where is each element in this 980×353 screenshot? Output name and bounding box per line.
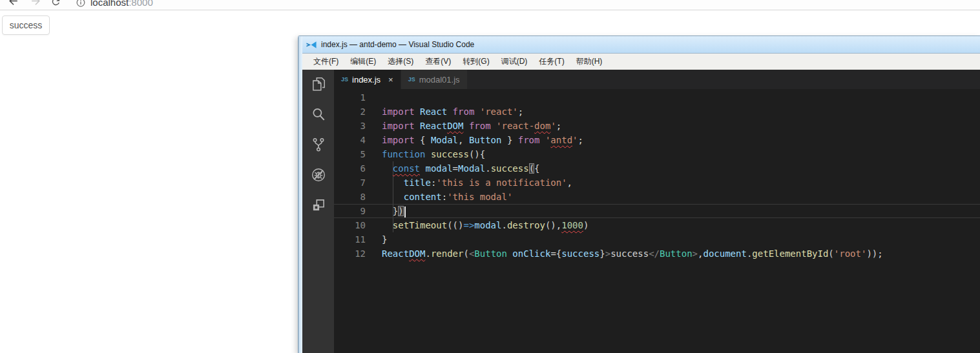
- code-text: content:'this modal': [366, 190, 512, 204]
- url-host: localhost: [90, 0, 129, 8]
- code-token: React: [420, 106, 447, 117]
- code-token: [382, 220, 393, 230]
- code-line[interactable]: 2import React from 'react';: [334, 105, 980, 119]
- line-number: 2: [334, 105, 366, 119]
- code-line[interactable]: 5function success(){: [334, 147, 980, 161]
- code-token: </: [649, 248, 660, 259]
- vscode-titlebar[interactable]: index.js — antd-demo — Visual Studio Cod…: [302, 36, 980, 54]
- code-token: }: [382, 234, 387, 245]
- menu-item[interactable]: 选择(S): [382, 56, 419, 67]
- debug-activity-button[interactable]: [302, 161, 334, 191]
- code-token: setTimeout: [393, 220, 447, 230]
- code-token: ;: [578, 135, 583, 145]
- code-token: (){: [469, 149, 485, 159]
- code-token: >: [693, 248, 698, 259]
- vscode-menubar: 文件(F)编辑(E)选择(S)查看(V)转到(G)调试(D)任务(T)帮助(H): [302, 54, 980, 70]
- code-token: (),: [545, 220, 561, 230]
- code-line[interactable]: 11}: [334, 232, 980, 247]
- code-token: (: [828, 248, 833, 259]
- code-token: }: [501, 135, 517, 145]
- window-border: [298, 36, 302, 353]
- code-token: Button: [469, 135, 502, 145]
- code-token: React: [382, 248, 409, 259]
- code-token: Button: [474, 248, 507, 259]
- code-token: getElementById: [752, 248, 828, 259]
- code-line[interactable]: 7 title:'this is a notification',: [334, 176, 980, 190]
- line-number: 4: [334, 133, 366, 147]
- tab-label: modal01.js: [419, 75, 460, 85]
- code-token: React: [420, 121, 447, 131]
- address-bar-url[interactable]: localhost:8000: [90, 0, 153, 8]
- code-token: (: [463, 248, 468, 259]
- source-control-activity-button[interactable]: [302, 130, 334, 161]
- code-token: ;: [556, 121, 561, 131]
- vscode-window: index.js — antd-demo — Visual Studio Cod…: [298, 35, 980, 353]
- code-text: import React from 'react';: [366, 105, 523, 119]
- line-number: 12: [334, 247, 366, 261]
- browser-toolbar: localhost:8000: [0, 0, 980, 10]
- js-file-icon: JS: [408, 76, 415, 83]
- bracket-match: ): [398, 206, 403, 216]
- code-token-squiggle: dom: [534, 121, 550, 131]
- tab-bar: JSindex.js×JSmodal01.js: [334, 70, 980, 89]
- code-line[interactable]: 6 const modal=Modal.success({: [334, 161, 980, 176]
- code-token: destroy: [507, 220, 545, 230]
- back-icon[interactable]: [7, 0, 19, 10]
- menu-item[interactable]: 转到(G): [457, 56, 495, 67]
- code-line[interactable]: 10 setTimeout(()=>modal.destroy(),1000): [334, 218, 980, 232]
- code-token: success: [491, 163, 529, 174]
- line-number: 6: [334, 161, 366, 176]
- code-token: }: [599, 248, 605, 259]
- tab-label: index.js: [352, 75, 381, 85]
- code-line[interactable]: 4import { Modal, Button } from 'antd';: [334, 133, 980, 147]
- line-number: 8: [334, 190, 366, 204]
- menu-item[interactable]: 查看(V): [419, 56, 457, 67]
- code-token: title: [404, 177, 431, 188]
- code-token: [463, 121, 468, 131]
- code-text: }: [366, 232, 387, 247]
- code-token-squiggle: antd: [550, 135, 572, 145]
- code-line[interactable]: 8 content:'this modal': [334, 190, 980, 204]
- code-token: Modal: [458, 163, 485, 174]
- menu-item[interactable]: 帮助(H): [570, 56, 609, 67]
- code-line[interactable]: 12ReactDOM.render(<Button onClick={succe…: [334, 247, 980, 261]
- tab-modal01.js[interactable]: JSmodal01.js: [401, 70, 467, 89]
- line-number: 7: [334, 176, 366, 190]
- bracket-match: (: [529, 163, 534, 174]
- code-token: {: [415, 135, 431, 145]
- search-activity-button[interactable]: [302, 100, 334, 130]
- reload-icon[interactable]: [50, 0, 61, 10]
- code-token: success: [610, 248, 649, 259]
- success-button[interactable]: success: [2, 15, 50, 35]
- menu-item[interactable]: 编辑(E): [344, 56, 382, 67]
- explorer-activity-button[interactable]: [302, 70, 334, 100]
- menu-item[interactable]: 文件(F): [308, 56, 344, 67]
- tab-index.js[interactable]: JSindex.js×: [334, 70, 401, 89]
- code-token: document: [703, 248, 746, 259]
- code-token-squiggle: DOM: [447, 121, 463, 131]
- code-line[interactable]: 3import ReactDOM from 'react-dom';: [334, 119, 980, 133]
- vscode-main: JSindex.js×JSmodal01.js 12import React f…: [302, 70, 980, 353]
- menu-item[interactable]: 任务(T): [533, 56, 570, 67]
- code-line[interactable]: 1: [334, 90, 980, 105]
- code-editor[interactable]: 12import React from 'react';3import Reac…: [334, 89, 980, 353]
- extensions-activity-button[interactable]: [302, 191, 334, 221]
- code-token: [447, 106, 452, 117]
- code-token: =: [550, 248, 556, 259]
- code-token: [425, 149, 430, 159]
- forward-icon[interactable]: [30, 0, 42, 10]
- code-token: [382, 163, 393, 174]
- code-token: import: [382, 106, 415, 117]
- menu-item[interactable]: 调试(D): [495, 56, 534, 67]
- code-token: import: [382, 135, 415, 145]
- code-token: :: [442, 192, 447, 202]
- close-tab-icon[interactable]: ×: [388, 75, 393, 85]
- code-text: function success(){: [366, 147, 485, 161]
- code-text: ReactDOM.render(<Button onClick={success…: [366, 247, 883, 261]
- code-token: from: [469, 121, 491, 131]
- code-text: setTimeout(()=>modal.destroy(),1000): [366, 218, 589, 232]
- code-line[interactable]: 9 }): [334, 204, 980, 218]
- code-token: ((): [447, 220, 463, 230]
- info-icon[interactable]: [76, 0, 85, 10]
- code-token: [382, 206, 393, 216]
